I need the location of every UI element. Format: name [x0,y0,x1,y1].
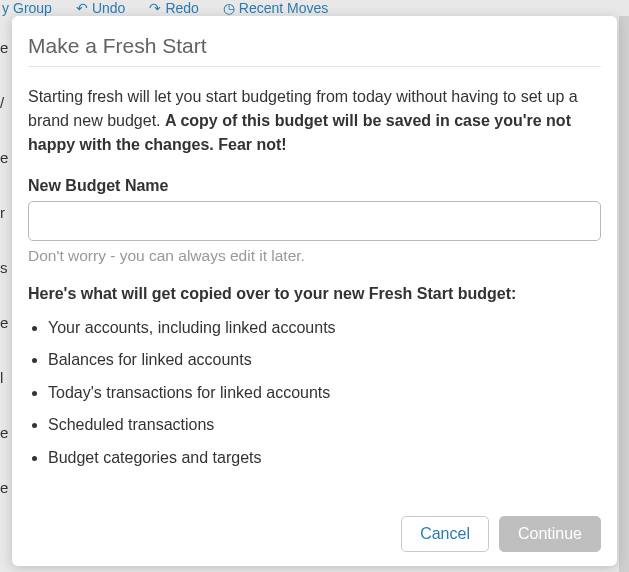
bg-redo-button[interactable]: ↷ Redo [149,0,198,16]
list-item: Your accounts, including linked accounts [48,317,601,339]
modal-description: Starting fresh will let you start budget… [28,85,601,157]
modal-footer: Cancel Continue [28,504,601,552]
list-item: Budget categories and targets [48,447,601,469]
bg-group-label: y Group [2,0,52,16]
background-left-text: e/erselee [0,40,12,535]
bg-recent-moves-button[interactable]: ◷ Recent Moves [223,0,328,16]
budget-name-label: New Budget Name [28,177,601,195]
copy-heading: Here's what will get copied over to your… [28,285,601,303]
budget-name-help: Don't worry - you can always edit it lat… [28,247,601,265]
modal-title: Make a Fresh Start [28,34,601,67]
fresh-start-modal: Make a Fresh Start Starting fresh will l… [12,16,617,566]
continue-button[interactable]: Continue [499,516,601,552]
background-toolbar: y Group ↶ Undo ↷ Redo ◷ Recent Moves [0,0,629,16]
budget-name-input[interactable] [28,201,601,241]
list-item: Today's transactions for linked accounts [48,382,601,404]
cancel-button[interactable]: Cancel [401,516,489,552]
background-scrollbar[interactable] [619,16,629,572]
list-item: Balances for linked accounts [48,349,601,371]
copy-list: Your accounts, including linked accounts… [28,317,601,479]
bg-undo-button[interactable]: ↶ Undo [76,0,125,16]
list-item: Scheduled transactions [48,414,601,436]
